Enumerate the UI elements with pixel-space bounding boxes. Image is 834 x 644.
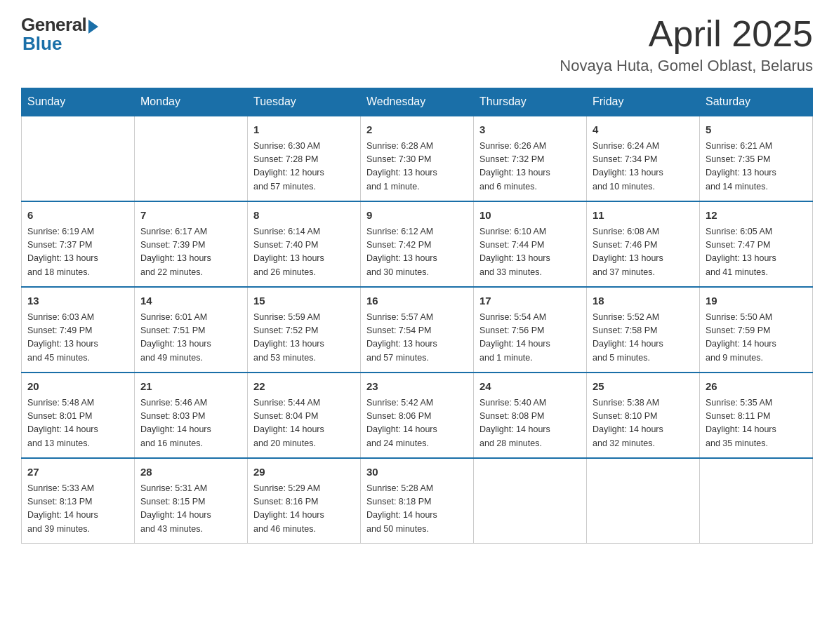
- day-number: 18: [593, 293, 694, 309]
- calendar-cell: 24Sunrise: 5:40 AMSunset: 8:08 PMDayligh…: [474, 373, 587, 458]
- calendar-day-header: Saturday: [700, 88, 813, 116]
- calendar-cell: 6Sunrise: 6:19 AMSunset: 7:37 PMDaylight…: [22, 201, 135, 287]
- day-number: 30: [366, 464, 468, 481]
- day-info: Sunrise: 6:12 AMSunset: 7:42 PMDaylight:…: [366, 225, 468, 280]
- day-number: 2: [366, 122, 468, 138]
- logo: General Blue: [21, 14, 98, 55]
- calendar-day-header: Sunday: [22, 88, 135, 116]
- calendar-cell: 28Sunrise: 5:31 AMSunset: 8:15 PMDayligh…: [135, 458, 248, 544]
- calendar-cell: 30Sunrise: 5:28 AMSunset: 8:18 PMDayligh…: [361, 458, 474, 544]
- calendar-cell: 8Sunrise: 6:14 AMSunset: 7:40 PMDaylight…: [248, 201, 361, 287]
- day-number: 12: [706, 208, 807, 224]
- calendar-week-row: 1Sunrise: 6:30 AMSunset: 7:28 PMDaylight…: [22, 116, 813, 201]
- day-number: 15: [253, 293, 355, 309]
- day-number: 5: [706, 122, 807, 138]
- calendar-day-header: Friday: [587, 88, 700, 116]
- day-info: Sunrise: 5:40 AMSunset: 8:08 PMDaylight:…: [479, 396, 581, 451]
- calendar-cell: 13Sunrise: 6:03 AMSunset: 7:49 PMDayligh…: [22, 287, 135, 373]
- calendar-day-header: Wednesday: [361, 88, 474, 116]
- day-number: 14: [140, 293, 241, 309]
- logo-arrow-icon: [88, 20, 98, 34]
- calendar-cell: 11Sunrise: 6:08 AMSunset: 7:46 PMDayligh…: [587, 201, 700, 287]
- day-number: 16: [366, 293, 468, 309]
- day-info: Sunrise: 5:29 AMSunset: 8:16 PMDaylight:…: [253, 482, 355, 537]
- day-info: Sunrise: 5:57 AMSunset: 7:54 PMDaylight:…: [366, 311, 468, 365]
- calendar-cell: [135, 116, 248, 201]
- day-info: Sunrise: 5:28 AMSunset: 8:18 PMDaylight:…: [366, 482, 468, 537]
- calendar-cell: 2Sunrise: 6:28 AMSunset: 7:30 PMDaylight…: [361, 116, 474, 201]
- day-number: 21: [140, 379, 241, 395]
- calendar-week-row: 6Sunrise: 6:19 AMSunset: 7:37 PMDaylight…: [22, 201, 813, 287]
- day-number: 17: [479, 293, 581, 309]
- calendar-cell: 22Sunrise: 5:44 AMSunset: 8:04 PMDayligh…: [248, 373, 361, 458]
- calendar-cell: 21Sunrise: 5:46 AMSunset: 8:03 PMDayligh…: [135, 373, 248, 458]
- calendar-cell: [474, 458, 587, 544]
- day-info: Sunrise: 5:42 AMSunset: 8:06 PMDaylight:…: [366, 396, 468, 451]
- day-info: Sunrise: 5:54 AMSunset: 7:56 PMDaylight:…: [479, 311, 581, 365]
- calendar-cell: [22, 116, 135, 201]
- calendar-cell: 15Sunrise: 5:59 AMSunset: 7:52 PMDayligh…: [248, 287, 361, 373]
- day-number: 29: [253, 464, 355, 481]
- day-number: 20: [27, 379, 128, 395]
- day-info: Sunrise: 5:35 AMSunset: 8:11 PMDaylight:…: [706, 396, 807, 451]
- calendar-cell: 3Sunrise: 6:26 AMSunset: 7:32 PMDaylight…: [474, 116, 587, 201]
- day-info: Sunrise: 6:08 AMSunset: 7:46 PMDaylight:…: [593, 225, 694, 280]
- calendar-cell: 20Sunrise: 5:48 AMSunset: 8:01 PMDayligh…: [22, 373, 135, 458]
- calendar-week-row: 27Sunrise: 5:33 AMSunset: 8:13 PMDayligh…: [22, 458, 813, 544]
- day-info: Sunrise: 6:10 AMSunset: 7:44 PMDaylight:…: [479, 225, 581, 280]
- day-info: Sunrise: 5:46 AMSunset: 8:03 PMDaylight:…: [140, 396, 241, 451]
- calendar-cell: [587, 458, 700, 544]
- day-info: Sunrise: 6:17 AMSunset: 7:39 PMDaylight:…: [140, 225, 241, 280]
- calendar-cell: 10Sunrise: 6:10 AMSunset: 7:44 PMDayligh…: [474, 201, 587, 287]
- calendar-day-header: Monday: [135, 88, 248, 116]
- day-info: Sunrise: 6:26 AMSunset: 7:32 PMDaylight:…: [479, 140, 581, 194]
- day-info: Sunrise: 5:59 AMSunset: 7:52 PMDaylight:…: [253, 311, 355, 365]
- day-info: Sunrise: 5:31 AMSunset: 8:15 PMDaylight:…: [140, 482, 241, 537]
- calendar-cell: 16Sunrise: 5:57 AMSunset: 7:54 PMDayligh…: [361, 287, 474, 373]
- day-number: 7: [140, 208, 241, 224]
- calendar-cell: 5Sunrise: 6:21 AMSunset: 7:35 PMDaylight…: [700, 116, 813, 201]
- day-info: Sunrise: 6:05 AMSunset: 7:47 PMDaylight:…: [706, 225, 807, 280]
- calendar-cell: 1Sunrise: 6:30 AMSunset: 7:28 PMDaylight…: [248, 116, 361, 201]
- logo-blue-text: Blue: [22, 33, 62, 55]
- day-number: 11: [593, 208, 694, 224]
- day-number: 22: [253, 379, 355, 395]
- calendar-week-row: 13Sunrise: 6:03 AMSunset: 7:49 PMDayligh…: [22, 287, 813, 373]
- day-info: Sunrise: 5:33 AMSunset: 8:13 PMDaylight:…: [27, 482, 128, 537]
- day-number: 6: [27, 208, 128, 224]
- calendar-cell: 7Sunrise: 6:17 AMSunset: 7:39 PMDaylight…: [135, 201, 248, 287]
- day-number: 1: [253, 122, 355, 138]
- calendar-cell: [700, 458, 813, 544]
- day-number: 27: [27, 464, 128, 481]
- day-number: 25: [593, 379, 694, 395]
- calendar-cell: 14Sunrise: 6:01 AMSunset: 7:51 PMDayligh…: [135, 287, 248, 373]
- calendar-table: SundayMondayTuesdayWednesdayThursdayFrid…: [21, 88, 813, 544]
- calendar-cell: 12Sunrise: 6:05 AMSunset: 7:47 PMDayligh…: [700, 201, 813, 287]
- day-info: Sunrise: 6:03 AMSunset: 7:49 PMDaylight:…: [27, 311, 128, 365]
- day-number: 3: [479, 122, 581, 138]
- calendar-week-row: 20Sunrise: 5:48 AMSunset: 8:01 PMDayligh…: [22, 373, 813, 458]
- day-info: Sunrise: 5:48 AMSunset: 8:01 PMDaylight:…: [27, 396, 128, 451]
- day-number: 9: [366, 208, 468, 224]
- calendar-cell: 23Sunrise: 5:42 AMSunset: 8:06 PMDayligh…: [361, 373, 474, 458]
- day-number: 24: [479, 379, 581, 395]
- calendar-cell: 25Sunrise: 5:38 AMSunset: 8:10 PMDayligh…: [587, 373, 700, 458]
- day-info: Sunrise: 6:01 AMSunset: 7:51 PMDaylight:…: [140, 311, 241, 365]
- day-number: 26: [706, 379, 807, 395]
- day-info: Sunrise: 6:24 AMSunset: 7:34 PMDaylight:…: [593, 140, 694, 194]
- month-title: April 2025: [560, 14, 813, 54]
- day-info: Sunrise: 6:19 AMSunset: 7:37 PMDaylight:…: [27, 225, 128, 280]
- day-number: 8: [253, 208, 355, 224]
- calendar-cell: 4Sunrise: 6:24 AMSunset: 7:34 PMDaylight…: [587, 116, 700, 201]
- calendar-cell: 27Sunrise: 5:33 AMSunset: 8:13 PMDayligh…: [22, 458, 135, 544]
- calendar-cell: 9Sunrise: 6:12 AMSunset: 7:42 PMDaylight…: [361, 201, 474, 287]
- day-number: 19: [706, 293, 807, 309]
- day-info: Sunrise: 5:52 AMSunset: 7:58 PMDaylight:…: [593, 311, 694, 365]
- day-number: 23: [366, 379, 468, 395]
- day-number: 13: [27, 293, 128, 309]
- day-info: Sunrise: 6:21 AMSunset: 7:35 PMDaylight:…: [706, 140, 807, 194]
- calendar-cell: 18Sunrise: 5:52 AMSunset: 7:58 PMDayligh…: [587, 287, 700, 373]
- day-info: Sunrise: 5:38 AMSunset: 8:10 PMDaylight:…: [593, 396, 694, 451]
- calendar-cell: 19Sunrise: 5:50 AMSunset: 7:59 PMDayligh…: [700, 287, 813, 373]
- day-info: Sunrise: 5:44 AMSunset: 8:04 PMDaylight:…: [253, 396, 355, 451]
